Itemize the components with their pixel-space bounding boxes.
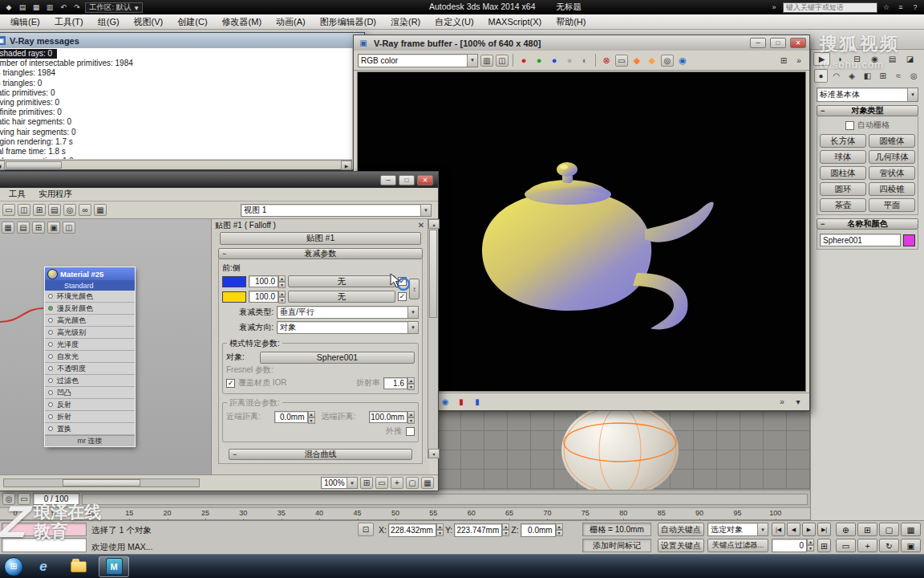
geometry-category-icon[interactable]: ●	[814, 69, 828, 83]
render-teapot-icon[interactable]: ◆	[646, 55, 659, 67]
scroll-up-icon[interactable]: ▴	[428, 219, 440, 229]
blue-channel-icon[interactable]: ●	[548, 55, 561, 67]
3dsmax-taskbar-button[interactable]: M	[99, 556, 129, 577]
zoom-level-dropdown[interactable]: 100% ▾	[321, 477, 358, 489]
spin-down-icon[interactable]: ▾	[502, 530, 509, 536]
scroll-right-icon[interactable]: ▶	[341, 161, 352, 170]
cameras-category-icon[interactable]: ◧	[861, 69, 874, 83]
map-name-button[interactable]: 贴图 #1	[220, 232, 421, 245]
zoom-extents-icon[interactable]: ▢	[879, 523, 899, 536]
fit-selected-icon[interactable]: ▢	[406, 477, 419, 489]
maxscript-mini-listener-pink[interactable]	[2, 523, 87, 536]
render-last-teapot-icon[interactable]: ◆	[630, 55, 643, 67]
show-background-icon[interactable]: ◎	[63, 204, 76, 216]
material-slot[interactable]: 不透明度	[45, 363, 135, 375]
nodeview-list-icon[interactable]: ▤	[17, 222, 30, 234]
object-color-swatch[interactable]	[903, 234, 915, 246]
menu-item[interactable]: 编辑(E)	[3, 16, 47, 28]
maximize-button[interactable]: □	[770, 38, 786, 48]
motion-tab-icon[interactable]: ◉	[866, 52, 883, 66]
name-color-rollout[interactable]: − 名称和颜色	[817, 218, 918, 230]
material-slot[interactable]: 漫反射颜色	[45, 303, 135, 315]
open-file-icon[interactable]: ▦	[30, 2, 42, 13]
primitive-button[interactable]: 圆锥体	[869, 134, 915, 148]
material-slot[interactable]: 高光颜色	[45, 315, 135, 327]
show-map-icon[interactable]: ▤	[48, 204, 61, 216]
workspace-selector[interactable]: 工作区: 默认 ▾	[85, 2, 143, 13]
auto-key-button[interactable]: 自动关键点	[658, 523, 704, 536]
blue-curve-icon[interactable]: ▮	[471, 396, 484, 408]
minimize-button[interactable]: ─	[750, 38, 766, 48]
create-tab-icon[interactable]: ▶	[813, 52, 830, 66]
spin-down-icon[interactable]: ▾	[407, 384, 415, 390]
menu-item-tools[interactable]: 工具	[2, 189, 32, 200]
side-amount-spinner[interactable]: ▴▾	[278, 291, 286, 303]
zoom-region-icon[interactable]: ▭	[375, 477, 388, 489]
x-spinner[interactable]: ▴▾	[436, 523, 444, 535]
systems-category-icon[interactable]: ◎	[907, 69, 921, 83]
front-color-swatch[interactable]	[222, 276, 246, 287]
spin-down-icon[interactable]: ▾	[807, 545, 814, 552]
slot-socket-icon[interactable]	[48, 294, 53, 299]
material-slot[interactable]: 光泽度	[45, 339, 135, 351]
footer-chevrons-icon[interactable]: »	[776, 396, 788, 408]
mr-connection-footer[interactable]: mr 连接	[45, 435, 135, 446]
nodeview-pan-icon[interactable]: ▦	[2, 222, 14, 234]
slot-socket-icon[interactable]	[48, 390, 53, 395]
primitive-button[interactable]: 四棱锥	[869, 182, 915, 196]
menu-item[interactable]: MAXScript(X)	[481, 17, 549, 26]
clear-image-icon[interactable]: ⊗	[600, 55, 613, 67]
scrollbar-thumb[interactable]	[429, 230, 437, 318]
spin-down-icon[interactable]: ▾	[436, 530, 444, 536]
side-color-swatch[interactable]	[222, 291, 246, 303]
primitive-button[interactable]: 平面	[869, 198, 915, 212]
start-button[interactable]: ⊞	[4, 557, 23, 576]
menu-item[interactable]: 创建(C)	[170, 16, 214, 28]
lights-category-icon[interactable]: ◈	[845, 69, 859, 83]
parameter-panel-header[interactable]: 贴图 #1 ( Falloff ) ✕	[212, 219, 429, 231]
toolbar-overflow-chevrons-icon[interactable]: »	[792, 55, 805, 67]
help-icon[interactable]: ?	[910, 2, 921, 13]
primitive-button[interactable]: 几何球体	[869, 150, 915, 164]
slot-socket-icon[interactable]	[48, 318, 53, 323]
communication-menu-icon[interactable]: ≡	[895, 2, 906, 13]
material-slot[interactable]: 反射	[45, 399, 135, 411]
material-link-icon[interactable]: ∞	[79, 204, 91, 216]
material-slot[interactable]: 环境光颜色	[45, 291, 135, 303]
primitive-button[interactable]: 球体	[820, 150, 866, 164]
object-pick-button[interactable]: Sphere001	[260, 352, 415, 364]
side-map-none-button[interactable]: 无	[288, 291, 395, 303]
fit-all-icon[interactable]: ▦	[421, 477, 434, 489]
modify-tab-icon[interactable]: ◑	[831, 52, 848, 66]
slot-socket-icon[interactable]	[48, 414, 53, 419]
go-to-end-button[interactable]: ▶|	[817, 523, 831, 536]
near-distance-spinner[interactable]: ▴▾	[308, 411, 315, 423]
node-view[interactable]: ▦ ▤ ⊞ ▣ ◫ Material #25 Standard	[0, 219, 212, 474]
zoom-region-icon[interactable]: ▭	[836, 539, 856, 552]
orbit-icon[interactable]: ↻	[879, 539, 899, 552]
time-configuration-button[interactable]: ⊞	[817, 539, 831, 552]
y-spinner[interactable]: ▴▾	[502, 523, 509, 535]
utilities-tab-icon[interactable]: ◪	[902, 52, 918, 66]
alpha-channel-icon[interactable]: ◐	[578, 55, 591, 67]
primitive-button[interactable]: 管状体	[869, 166, 915, 180]
undo-icon[interactable]: ↶	[58, 2, 69, 13]
vfb-settings-gear-icon[interactable]: ◎	[661, 55, 674, 67]
vray-messages-title-bar[interactable]: ▣ V-Ray messages	[0, 33, 364, 48]
slot-socket-icon[interactable]	[48, 378, 53, 383]
spin-up-icon[interactable]: ▴	[278, 275, 286, 282]
menu-item[interactable]: 组(G)	[91, 16, 127, 28]
front-map-none-button[interactable]: 无	[288, 275, 395, 287]
menu-item[interactable]: 渲染(R)	[383, 16, 428, 28]
spin-down-icon[interactable]: ▾	[308, 417, 315, 424]
scene-sphere-object[interactable]	[561, 404, 679, 497]
scrollbar-thumb[interactable]	[6, 161, 62, 169]
extrapolate-checkbox[interactable]	[406, 427, 415, 436]
front-amount-field[interactable]: 100.0	[249, 275, 278, 287]
falloff-direction-dropdown[interactable]: 对象 ▾	[277, 321, 419, 334]
assign-material-icon[interactable]: ⊞	[33, 204, 46, 216]
ie-taskbar-button[interactable]: e	[28, 556, 59, 577]
far-distance-spinner[interactable]: ▴▾	[407, 411, 415, 423]
slot-socket-icon[interactable]	[48, 366, 53, 371]
color-clamp-icon[interactable]: ⊞	[777, 55, 790, 67]
